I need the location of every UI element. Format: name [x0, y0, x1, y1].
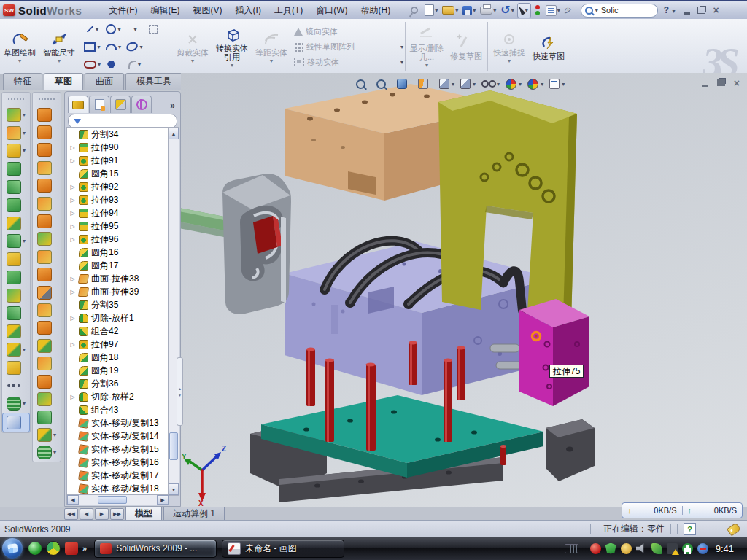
fillet-icon[interactable]: ▾ [3, 142, 29, 160]
measure-icon[interactable]: ▾ [2, 413, 30, 432]
delete-body-icon[interactable]: ▾ [3, 359, 29, 377]
thicken-icon[interactable]: ▾ [34, 248, 60, 265]
tree-item[interactable]: ▷ 拉伸91 [67, 154, 169, 167]
expand-arrow-icon[interactable]: ▷ [69, 315, 76, 322]
tree-item[interactable]: ▷ 圆角15 [67, 167, 169, 180]
move-entities-button[interactable]: 移动实体 ▾ [294, 55, 403, 69]
model-canvas[interactable]: Y Z X [181, 73, 747, 507]
hole-wizard-icon[interactable]: ▾ [3, 214, 29, 233]
apply-scene-icon[interactable]: ▾ [526, 77, 545, 91]
menu-item[interactable]: 编辑(E) [144, 3, 187, 18]
hide-show-items-icon[interactable]: ▾ [480, 77, 501, 91]
help-button[interactable]: ? ▾ [664, 5, 676, 15]
scroll-right-icon[interactable]: ▶ [157, 495, 169, 505]
network-speed-widget[interactable]: ↓0KB/S ↑0KB/S [622, 502, 743, 518]
chevron-down-icon[interactable]: ▾ [595, 7, 598, 14]
dimxpertmanager-tab[interactable] [131, 96, 152, 113]
certificate-tray-icon[interactable] [621, 543, 632, 554]
first-tab-button[interactable]: ◀◀ [64, 508, 78, 520]
tree-item[interactable]: ▷ 曲面-拉伸39 [67, 285, 169, 298]
trim-entities-button[interactable]: 剪裁实体 ▾ [173, 19, 212, 74]
tree-item[interactable]: ▷ 拉伸97 [67, 338, 169, 351]
menu-item[interactable]: 插入(I) [229, 3, 268, 18]
planar-surface-icon[interactable]: ▾ [34, 195, 60, 212]
smart-dimension-button[interactable]: 智能尺寸 ▾ [39, 19, 79, 74]
extruded-boss-icon[interactable]: ▾ [3, 106, 29, 124]
revolved-surface-icon[interactable]: ▾ [34, 123, 60, 141]
knit-surface-icon[interactable]: ▾ [34, 177, 60, 195]
point-icon[interactable]: ▾ [145, 55, 166, 73]
scrollbar-thumb[interactable] [169, 432, 178, 460]
freeform-icon[interactable]: ▾ [34, 426, 60, 443]
open-icon[interactable]: ▾ [441, 3, 460, 18]
taskbar-clock[interactable]: 9:41 [713, 543, 741, 554]
expand-arrow-icon[interactable]: ▷ [69, 144, 76, 151]
restore-button[interactable] [697, 7, 705, 14]
extruded-surface-icon[interactable]: ▾ [34, 141, 60, 159]
zoom-area-icon[interactable]: ▾ [375, 77, 392, 91]
expand-arrow-icon[interactable]: ▷ [69, 236, 76, 243]
scrollbar-thumb[interactable] [98, 496, 127, 504]
panel-overflow-button[interactable]: » [170, 101, 179, 113]
repair-sketch-button[interactable]: 修复草图 [446, 19, 486, 74]
expand-arrow-icon[interactable]: ▷ [69, 289, 76, 295]
expand-arrow-icon[interactable]: ▷ [69, 276, 76, 282]
close-button[interactable]: × [734, 79, 740, 88]
tree-filter-box[interactable] [68, 114, 177, 128]
solidworks-quicklaunch-icon[interactable] [65, 542, 78, 555]
ruled-surface-icon[interactable]: ▾ [34, 355, 60, 373]
ribbon-tab[interactable]: 模具工具 [125, 73, 182, 90]
view-settings-icon[interactable]: ▾ [548, 77, 566, 91]
tree-item[interactable]: ▷ 拉伸93 [67, 193, 169, 206]
toolbar-grip[interactable] [39, 98, 55, 103]
network-warning-tray-icon[interactable] [667, 543, 678, 554]
tree-item[interactable]: ▷ 实体-移动/复制15 [67, 443, 169, 456]
linear-pattern-icon[interactable]: ▾ [3, 232, 29, 250]
tree-item[interactable]: ▷ 拉伸96 [67, 233, 169, 246]
spline-icon[interactable]: ▾ [124, 20, 145, 38]
toolbar-grip[interactable] [8, 98, 24, 103]
select-tool-button[interactable]: ▾ [517, 3, 531, 18]
tree-item[interactable]: ▷ 组合43 [67, 403, 169, 416]
tree-item[interactable]: ▷ 圆角17 [67, 259, 169, 272]
tree-item[interactable]: ▷ 分割35 [67, 298, 169, 311]
minimize-button[interactable] [684, 12, 690, 15]
save-icon[interactable]: ▾ [461, 3, 477, 18]
linear-sketch-pattern-button[interactable]: 线性草图阵列 ▾ [294, 40, 403, 53]
swept-surface-icon[interactable]: ▾ [34, 106, 60, 123]
expand-arrow-icon[interactable]: ▷ [69, 341, 76, 348]
next-tab-button[interactable]: ▶ [95, 508, 109, 520]
scroll-left-icon[interactable]: ◀ [67, 495, 79, 505]
extruded-cut-icon[interactable]: ▾ [3, 124, 29, 142]
tag-icon[interactable] [727, 522, 741, 536]
quick-snaps-button[interactable]: 快速捕捉 ▾ [489, 19, 529, 74]
start-button[interactable] [2, 538, 23, 559]
tree-item[interactable]: ▷ 拉伸90 [67, 141, 169, 154]
ellipse-icon[interactable]: ▾ [124, 38, 145, 55]
offset-surface-icon[interactable]: ▾ [34, 212, 60, 230]
tree-item[interactable]: ▷ 圆角16 [67, 246, 169, 259]
circle-icon[interactable]: ▾ [103, 20, 124, 38]
last-tab-button[interactable]: ▶▶ [110, 508, 124, 520]
text-icon[interactable]: ▾ [145, 38, 166, 55]
lofted-surface-icon[interactable]: ▾ [34, 230, 60, 248]
pin-toolbar-icon[interactable] [407, 3, 422, 18]
cylinder-icon[interactable]: ▾ [34, 408, 60, 426]
taskbar-task-button[interactable]: 未命名 - 画图 [222, 540, 344, 558]
display-style-icon[interactable]: ▾ [438, 77, 456, 91]
menu-item[interactable]: 视图(V) [187, 3, 229, 18]
propertymanager-tab[interactable] [89, 96, 109, 113]
expand-arrow-icon[interactable]: ▷ [69, 223, 76, 230]
tree-item[interactable]: ▷ 实体-移动/复制14 [67, 429, 169, 443]
combine-icon[interactable]: ▾ [3, 305, 29, 323]
trim-surface-icon[interactable]: ▾ [34, 319, 60, 337]
helix-icon[interactable]: ▾ [3, 394, 29, 413]
slot-icon[interactable]: ▾ [82, 55, 103, 73]
graphics-area[interactable]: Y Z X ▾ ▾ ▾ [181, 73, 747, 507]
clamp-part[interactable] [181, 174, 291, 314]
search-input[interactable] [600, 5, 640, 15]
security-center-tray-icon[interactable] [682, 543, 693, 554]
mold-block-part[interactable] [285, 241, 553, 395]
tree-item[interactable]: ▷ 切除-放样1 [67, 311, 169, 324]
volume-tray-icon[interactable] [636, 543, 647, 554]
